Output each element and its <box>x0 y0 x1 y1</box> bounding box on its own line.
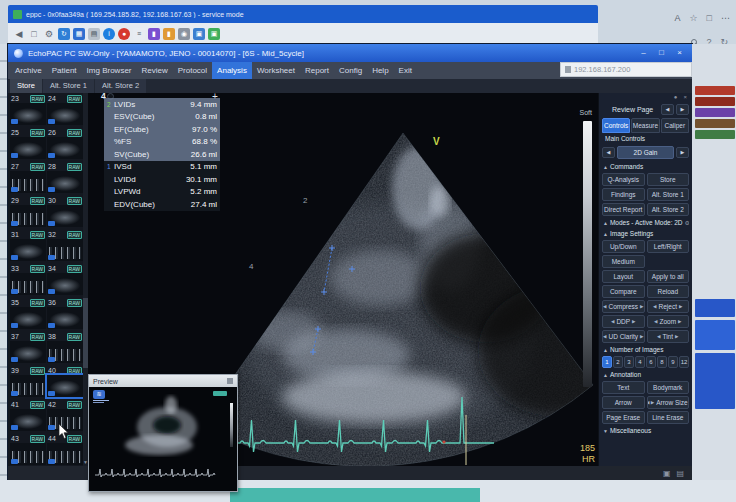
address-popup[interactable]: 192.168.167.200 <box>560 62 692 77</box>
menu-item[interactable]: Patient <box>47 62 82 79</box>
image-setting-button[interactable]: ◀ Reject ▶ <box>647 300 690 313</box>
gear-icon[interactable]: ⚙ <box>43 28 55 40</box>
menu-item[interactable]: Worksheet <box>252 62 300 79</box>
fullscreen-icon[interactable]: □ <box>28 28 40 40</box>
refresh-icon[interactable]: ↻ <box>58 28 70 40</box>
image-setting-button[interactable]: Medium <box>602 255 645 268</box>
thumbnail[interactable]: 30 RAW <box>47 196 83 229</box>
store-tab[interactable]: Alt. Store 1 <box>43 79 94 93</box>
image-setting-button[interactable]: ◀ Compress ▶ <box>602 300 645 313</box>
document-icon[interactable]: ▤ <box>88 28 100 40</box>
read-aloud-icon[interactable]: A <box>674 13 680 23</box>
image-setting-button[interactable]: Layout <box>602 270 645 283</box>
image-setting-button[interactable]: ◀ Tint ▶ <box>647 330 690 343</box>
layout-count-button[interactable]: 1 <box>602 356 612 368</box>
measurement-row[interactable]: SV(Cube) 26.6 ml <box>104 148 220 161</box>
thumbnail[interactable]: 36 RAW <box>47 298 83 331</box>
annotation-button[interactable]: Page Erase <box>602 411 645 424</box>
measurement-row[interactable]: ESV(Cube) 0.8 ml <box>104 111 220 124</box>
menu-item[interactable]: Report <box>300 62 334 79</box>
menu-item[interactable]: Analysis <box>212 62 252 79</box>
menu-item[interactable]: Archive <box>10 62 47 79</box>
image-setting-button[interactable]: Reload <box>647 285 690 298</box>
layout-count-button[interactable]: 4 <box>635 356 645 368</box>
thumbnail[interactable]: 43 RAW <box>10 434 46 467</box>
image-setting-button[interactable]: Left/Right <box>647 240 690 253</box>
thumbnail[interactable]: 33 RAW <box>10 264 46 297</box>
measurement-row[interactable]: %FS 68.8 % <box>104 136 220 149</box>
annotation-section-header[interactable]: Annotation <box>602 370 689 379</box>
command-button[interactable]: Alt. Store 2 <box>647 203 690 216</box>
more-menu-icon[interactable]: ⋯ <box>721 13 730 23</box>
annotation-button[interactable]: Arrow <box>602 396 645 409</box>
camera-icon[interactable]: ◉ <box>178 28 190 40</box>
measurement-row[interactable]: LVIDd 30.1 mm <box>104 173 220 186</box>
command-button[interactable]: Q-Analysis <box>602 173 645 186</box>
thumbnail[interactable]: 23 RAW <box>10 94 46 127</box>
thumbnail[interactable]: 40 RAW <box>47 366 83 399</box>
measurement-row[interactable]: 2 LVIDs 9.4 mm <box>104 98 220 111</box>
chat-blue-icon[interactable]: ▣ <box>193 28 205 40</box>
thumbnail[interactable]: 26 RAW <box>47 128 83 161</box>
annotation-button[interactable]: Text <box>602 381 645 394</box>
maximize-button[interactable] <box>655 47 668 59</box>
measurement-row[interactable]: EDV(Cube) 27.4 ml <box>104 198 220 211</box>
info-icon[interactable]: i <box>103 28 115 40</box>
favorites-star-icon[interactable]: ☆ <box>689 13 697 23</box>
menu-item[interactable]: Config <box>334 62 367 79</box>
image-setting-button[interactable]: ◀ DDP ▶ <box>602 315 645 328</box>
layout-count-button[interactable]: 6 <box>646 356 656 368</box>
layout-count-button[interactable]: 2 <box>613 356 623 368</box>
menu-item[interactable]: Help <box>367 62 393 79</box>
measurement-row[interactable]: 1 IVSd 5.1 mm <box>104 161 220 174</box>
app-purple-icon[interactable]: ▮ <box>148 28 160 40</box>
layout-count-button[interactable]: 12 <box>679 356 689 368</box>
modes-settings-icon[interactable] <box>685 219 689 226</box>
annotation-button[interactable]: ◀ ▶ Arrow Size <box>647 396 690 409</box>
miscellaneous-header[interactable]: Miscellaneous <box>602 426 689 435</box>
layout-count-button[interactable]: 3 <box>624 356 634 368</box>
thumbnail[interactable]: 31 RAW <box>10 230 46 263</box>
chat-green-icon[interactable]: ▣ <box>208 28 220 40</box>
menu-item[interactable]: Protocol <box>173 62 212 79</box>
commands-section-header[interactable]: Commands <box>602 162 689 171</box>
image-settings-header[interactable]: Image Settings <box>602 229 689 238</box>
command-button[interactable]: Direct Report <box>602 203 645 216</box>
preview-menu-icon[interactable] <box>227 378 233 384</box>
page-next-button[interactable] <box>676 104 689 115</box>
gain-increase-button[interactable] <box>676 147 689 158</box>
thumbnail[interactable]: 35 RAW <box>10 298 46 331</box>
image-setting-button[interactable]: Up/Down <box>602 240 645 253</box>
menu-item[interactable]: Review <box>137 62 173 79</box>
image-setting-button[interactable]: Apply to all <box>647 270 690 283</box>
thumbnail[interactable]: 34 RAW <box>47 264 83 297</box>
annotation-button[interactable]: Line Erase <box>647 411 690 424</box>
panel-pin-icon[interactable]: ● <box>674 94 678 101</box>
image-setting-button[interactable]: ◀ Zoom ▶ <box>647 315 690 328</box>
command-button[interactable]: Findings <box>602 188 645 201</box>
thumbnail[interactable]: 25 RAW <box>10 128 46 161</box>
thumbnail[interactable]: 39 RAW <box>10 366 46 399</box>
measurement-row[interactable]: EF(Cube) 97.0 % <box>104 123 220 136</box>
thumbnail[interactable]: 29 RAW <box>10 196 46 229</box>
command-button[interactable]: Alt. Store 1 <box>647 188 690 201</box>
page-prev-button[interactable] <box>661 104 674 115</box>
command-button[interactable]: Store <box>647 173 690 186</box>
2d-gain-button[interactable]: 2D Gain <box>617 146 674 159</box>
layout-count-button[interactable]: 9 <box>668 356 678 368</box>
gain-decrease-button[interactable] <box>602 147 615 158</box>
measurement-row[interactable]: LVPWd 5.2 mm <box>104 186 220 199</box>
minimize-button[interactable] <box>637 47 650 59</box>
store-tab[interactable]: Store <box>10 79 42 93</box>
collections-icon[interactable]: □ <box>707 13 712 23</box>
thumbnail[interactable]: 37 RAW <box>10 332 46 365</box>
panel-tab[interactable]: Measure <box>631 118 659 133</box>
preview-titlebar[interactable]: Preview <box>89 375 237 387</box>
close-button[interactable] <box>673 47 686 59</box>
panel-close-icon[interactable]: × <box>683 94 687 101</box>
image-setting-button[interactable]: Compare <box>602 285 645 298</box>
layout-count-button[interactable]: 8 <box>657 356 667 368</box>
thumbnail[interactable]: 38 RAW <box>47 332 83 365</box>
thumbnail[interactable]: 28 RAW <box>47 162 83 195</box>
thumbnail[interactable]: 32 RAW <box>47 230 83 263</box>
